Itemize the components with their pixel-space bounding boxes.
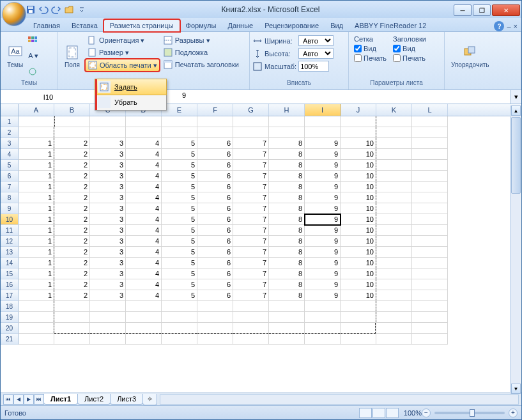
cell[interactable]: 9 bbox=[305, 290, 341, 301]
cell[interactable] bbox=[269, 127, 305, 138]
tab-abbyy[interactable]: ABBYY FineReader 12 bbox=[349, 20, 432, 31]
cell[interactable] bbox=[54, 301, 90, 312]
cell[interactable] bbox=[412, 171, 448, 182]
cell[interactable]: 9 bbox=[305, 236, 341, 247]
cell[interactable]: 8 bbox=[269, 203, 305, 214]
cell[interactable]: 8 bbox=[269, 290, 305, 301]
scale-spinner[interactable] bbox=[298, 61, 329, 72]
height-combo[interactable]: Авто bbox=[298, 48, 334, 59]
cell[interactable] bbox=[162, 323, 197, 334]
open-icon[interactable] bbox=[63, 4, 75, 15]
cell[interactable]: 4 bbox=[126, 192, 162, 203]
cell[interactable]: 3 bbox=[90, 138, 126, 149]
cell[interactable]: 6 bbox=[197, 203, 233, 214]
cell[interactable] bbox=[90, 334, 126, 345]
cell[interactable]: 1 bbox=[19, 203, 54, 214]
cell[interactable]: 5 bbox=[162, 236, 197, 247]
cell[interactable] bbox=[197, 334, 233, 345]
size-button[interactable]: Размер ▾ bbox=[85, 47, 160, 58]
cell[interactable]: 5 bbox=[162, 268, 197, 279]
cell[interactable] bbox=[197, 127, 233, 138]
arrange-button[interactable]: Упорядочить bbox=[447, 33, 493, 79]
cell[interactable] bbox=[233, 116, 269, 127]
cell[interactable]: 5 bbox=[162, 247, 197, 258]
cell[interactable]: 5 bbox=[162, 182, 197, 192]
cell[interactable] bbox=[162, 301, 197, 312]
cell[interactable]: 8 bbox=[269, 192, 305, 203]
tab-home[interactable]: Главная bbox=[27, 20, 66, 31]
cell[interactable]: 9 bbox=[305, 203, 341, 214]
cell[interactable]: 2 bbox=[54, 236, 90, 247]
minimize-button[interactable]: ─ bbox=[454, 4, 472, 16]
headings-view-check[interactable]: Вид bbox=[393, 45, 426, 52]
row-header[interactable]: 3 bbox=[1, 138, 19, 149]
row-header[interactable]: 18 bbox=[1, 301, 19, 312]
cell[interactable] bbox=[126, 334, 162, 345]
cell[interactable]: 3 bbox=[90, 160, 126, 171]
cell[interactable]: 10 bbox=[341, 203, 376, 214]
cell[interactable] bbox=[341, 127, 376, 138]
cell[interactable]: 8 bbox=[269, 247, 305, 258]
cell[interactable]: 10 bbox=[341, 149, 376, 160]
row-header[interactable]: 21 bbox=[1, 334, 19, 345]
cell[interactable] bbox=[90, 127, 126, 138]
doc-close-icon[interactable]: × bbox=[514, 22, 518, 30]
cell[interactable]: 10 bbox=[341, 268, 376, 279]
view-page-break-icon[interactable] bbox=[386, 408, 399, 418]
cell[interactable]: 6 bbox=[197, 290, 233, 301]
zoom-out-button[interactable]: − bbox=[422, 408, 431, 417]
cell[interactable]: 6 bbox=[197, 149, 233, 160]
cell[interactable]: 10 bbox=[341, 171, 376, 182]
row-header[interactable]: 6 bbox=[1, 171, 19, 182]
cell[interactable]: 1 bbox=[19, 290, 54, 301]
cell[interactable]: 7 bbox=[233, 192, 269, 203]
row-header[interactable]: 5 bbox=[1, 160, 19, 171]
cell[interactable] bbox=[376, 334, 412, 345]
cell[interactable]: 10 bbox=[341, 138, 376, 149]
vertical-scrollbar[interactable]: ▲ ▼ bbox=[510, 105, 521, 394]
cell[interactable] bbox=[376, 127, 412, 138]
cell[interactable]: 8 bbox=[269, 236, 305, 247]
cell[interactable]: 9 bbox=[305, 182, 341, 192]
cell[interactable] bbox=[341, 334, 376, 345]
cell[interactable]: 8 bbox=[269, 182, 305, 192]
scroll-up-icon[interactable]: ▲ bbox=[511, 105, 521, 116]
col-header-K[interactable]: K bbox=[376, 104, 412, 116]
help-icon[interactable]: ? bbox=[494, 21, 504, 31]
sheet-nav[interactable]: ⏮◀▶⏭ bbox=[3, 394, 44, 405]
background-button[interactable]: Подложка bbox=[161, 47, 241, 58]
orientation-button[interactable]: Ориентация ▾ bbox=[85, 35, 160, 46]
cell[interactable] bbox=[162, 312, 197, 323]
cell[interactable]: 7 bbox=[233, 268, 269, 279]
cell[interactable]: 4 bbox=[126, 290, 162, 301]
cell[interactable] bbox=[90, 301, 126, 312]
cell[interactable]: 3 bbox=[90, 214, 126, 225]
cell[interactable]: 3 bbox=[90, 203, 126, 214]
row-header[interactable]: 20 bbox=[1, 323, 19, 334]
cell[interactable]: 7 bbox=[233, 258, 269, 268]
cell[interactable] bbox=[376, 258, 412, 268]
cell[interactable] bbox=[19, 127, 54, 138]
view-normal-icon[interactable] bbox=[359, 408, 372, 418]
col-header-E[interactable]: E bbox=[162, 104, 197, 116]
cell[interactable] bbox=[305, 312, 341, 323]
cell[interactable]: 10 bbox=[341, 247, 376, 258]
cell[interactable] bbox=[412, 323, 448, 334]
cell[interactable] bbox=[412, 258, 448, 268]
cell[interactable] bbox=[376, 171, 412, 182]
save-icon[interactable] bbox=[25, 4, 36, 15]
cell[interactable]: 3 bbox=[90, 192, 126, 203]
name-box[interactable]: I10 bbox=[1, 90, 96, 104]
cell[interactable]: 4 bbox=[126, 225, 162, 236]
cell[interactable]: 10 bbox=[341, 192, 376, 203]
gridlines-print-check[interactable]: Печать bbox=[354, 54, 387, 62]
cell[interactable]: 2 bbox=[54, 182, 90, 192]
cell[interactable] bbox=[376, 225, 412, 236]
cell[interactable] bbox=[197, 312, 233, 323]
cell[interactable] bbox=[341, 301, 376, 312]
row-header[interactable]: 1 bbox=[1, 116, 19, 127]
cell[interactable]: 6 bbox=[197, 247, 233, 258]
tab-formulas[interactable]: Формулы bbox=[180, 20, 222, 31]
col-header-A[interactable]: A bbox=[19, 104, 54, 116]
cell[interactable] bbox=[305, 334, 341, 345]
